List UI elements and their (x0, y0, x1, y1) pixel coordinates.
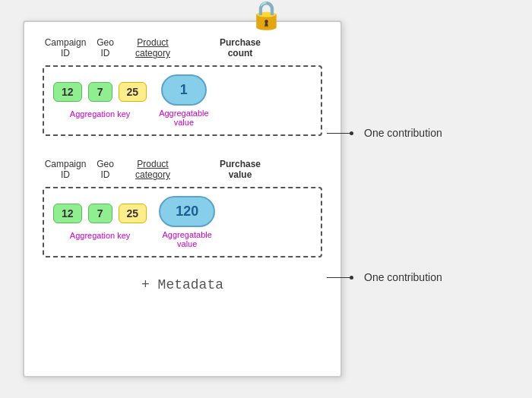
value-group-2: 120 Aggregatable value (159, 196, 215, 248)
annotation-text-1: One contribution (364, 127, 442, 139)
col-campaign-2: Campaign ID (43, 159, 88, 181)
agg-key-label-1: Aggregation key (70, 109, 131, 118)
dashed-box-1: 12 7 25 Aggregation key 1 Aggregatable v… (43, 65, 322, 136)
key-chips-2: 12 7 25 (53, 204, 147, 223)
chip-campaign-2: 12 (53, 204, 82, 223)
agg-val-label-2: Aggregatable value (162, 230, 211, 248)
page-container: 🔒 Campaign ID Geo ID Product category Pu… (23, 13, 509, 385)
key-chips-1: 12 7 25 (53, 82, 147, 102)
oval-value-2: 120 (159, 196, 215, 227)
col-geo-2: Geo ID (88, 159, 122, 181)
lock-icon: 🔒 (249, 0, 283, 31)
paper: Campaign ID Geo ID Product category Purc… (23, 21, 342, 377)
value-group-1: 1 Aggregatable value (159, 74, 208, 127)
col-purchase-2: Purchase value (206, 159, 274, 181)
col-geo-1: Geo ID (88, 37, 122, 59)
annotation-text-2: One contribution (364, 271, 442, 283)
key-group-2: 12 7 25 Aggregation key (53, 204, 147, 240)
col-purchase-1: Purchase count (206, 37, 274, 59)
section-2: Campaign ID Geo ID Product category Purc… (43, 159, 322, 257)
chip-geo-1: 7 (88, 82, 112, 102)
col-headers-2: Campaign ID Geo ID Product category Purc… (43, 159, 322, 181)
chip-product-2: 25 (119, 204, 147, 223)
annotation-2: One contribution (327, 271, 442, 283)
section-1: Campaign ID Geo ID Product category Purc… (43, 37, 322, 136)
dashed-box-2: 12 7 25 Aggregation key 120 Aggregatable… (43, 187, 322, 257)
annotation-1: One contribution (327, 127, 442, 139)
col-headers-1: Campaign ID Geo ID Product category Purc… (43, 37, 322, 59)
oval-value-1: 1 (161, 74, 207, 106)
col-campaign-1: Campaign ID (43, 37, 88, 59)
metadata-text: + Metadata (43, 271, 322, 292)
chip-product-1: 25 (119, 82, 147, 102)
col-product-1: Product category (122, 37, 183, 59)
annotations: One contribution One contribution (342, 21, 509, 377)
agg-val-label-1: Aggregatable value (159, 109, 208, 127)
col-product-2: Product category (122, 159, 183, 181)
chip-geo-2: 7 (88, 204, 112, 223)
chip-campaign-1: 12 (53, 82, 82, 102)
agg-key-label-2: Aggregation key (70, 231, 131, 240)
key-group-1: 12 7 25 Aggregation key (53, 82, 147, 118)
